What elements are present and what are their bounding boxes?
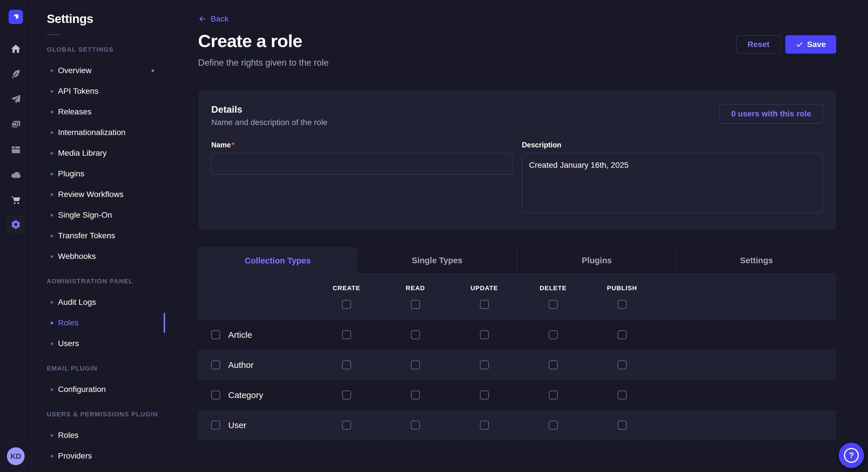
table-row-user: User	[198, 410, 836, 440]
section-label: USERS & PERMISSIONS PLUGIN	[47, 411, 165, 418]
checkbox-author-create[interactable]	[342, 361, 351, 369]
checkbox-user-create[interactable]	[342, 421, 351, 430]
bullet-icon	[51, 69, 53, 72]
sidebar-title: Settings	[47, 12, 165, 26]
checkbox-all-delete[interactable]	[549, 300, 558, 309]
page-title: Create a role	[198, 31, 302, 51]
home-icon[interactable]	[10, 43, 22, 55]
section-label: EMAIL PLUGIN	[47, 365, 165, 372]
users-with-role-button[interactable]: 0 users with this role	[719, 104, 823, 124]
checkbox-user-publish[interactable]	[618, 421, 627, 430]
sidebar-item-overview[interactable]: Overview	[47, 60, 165, 81]
section-label: GLOBAL SETTINGS	[47, 46, 165, 53]
permissions-tabs: Collection Types Single Types Plugins Se…	[198, 247, 836, 274]
checkbox-all-read[interactable]	[411, 300, 420, 309]
tab-single-types[interactable]: Single Types	[358, 247, 517, 274]
feather-icon[interactable]	[10, 68, 22, 80]
table-row-author: Author	[198, 350, 836, 380]
tab-plugins[interactable]: Plugins	[517, 247, 677, 274]
details-subtitle: Name and description of the role	[211, 118, 328, 127]
settings-gear-tile[interactable]	[7, 215, 25, 234]
settings-gear-icon	[10, 219, 22, 230]
checkbox-article-publish[interactable]	[618, 330, 627, 339]
sidebar-item-providers[interactable]: Providers	[47, 446, 165, 466]
sidebar-item-plugins[interactable]: Plugins	[47, 164, 165, 184]
bullet-icon	[51, 388, 53, 391]
sidebar-item-api-tokens[interactable]: API Tokens	[47, 81, 165, 102]
sidebar-item-transfer-tokens[interactable]: Transfer Tokens	[47, 225, 165, 246]
checkbox-author-delete[interactable]	[549, 361, 558, 369]
column-header-update: UPDATE	[470, 284, 498, 292]
notification-dot-icon	[152, 69, 154, 72]
checkbox-row-user[interactable]	[211, 421, 220, 430]
help-button[interactable]: ?	[839, 443, 864, 468]
checkbox-author-read[interactable]	[411, 361, 420, 369]
save-button[interactable]: Save	[785, 35, 836, 54]
tab-settings[interactable]: Settings	[677, 247, 836, 274]
checkbox-article-read[interactable]	[411, 330, 420, 339]
checkbox-category-delete[interactable]	[549, 391, 558, 400]
tab-collection-types[interactable]: Collection Types	[198, 247, 358, 274]
bullet-icon	[51, 90, 53, 93]
sidebar-item-roles-up[interactable]: Roles	[47, 425, 165, 446]
checkbox-article-delete[interactable]	[549, 330, 558, 339]
checkbox-category-read[interactable]	[411, 391, 420, 400]
checkbox-category-create[interactable]	[342, 391, 351, 400]
section-label: ADMINISTRATION PANEL	[47, 278, 165, 285]
column-header-read: READ	[406, 284, 425, 292]
layout-icon[interactable]	[10, 144, 22, 156]
media-gallery-icon[interactable]	[10, 119, 22, 131]
checkbox-article-create[interactable]	[342, 330, 351, 339]
checkbox-row-article[interactable]	[211, 330, 220, 339]
name-input[interactable]	[211, 153, 513, 175]
section-email-plugin: EMAIL PLUGIN Configuration	[47, 365, 165, 400]
shopping-cart-icon[interactable]	[10, 194, 22, 206]
bullet-icon	[51, 255, 53, 258]
settings-sidebar: Settings GLOBAL SETTINGS Overview API To…	[32, 0, 165, 472]
checkbox-all-create[interactable]	[342, 300, 351, 309]
sidebar-item-webhooks[interactable]: Webhooks	[47, 246, 165, 267]
sidebar-item-media-library[interactable]: Media Library	[47, 143, 165, 164]
checkbox-category-publish[interactable]	[618, 391, 627, 400]
details-card: Details Name and description of the role…	[198, 90, 836, 230]
checkbox-user-update[interactable]	[480, 421, 489, 430]
reset-button[interactable]: Reset	[736, 35, 780, 54]
sidebar-item-single-sign-on[interactable]: Single Sign-On	[47, 205, 165, 225]
checkbox-user-read[interactable]	[411, 421, 420, 430]
sidebar-item-configuration[interactable]: Configuration	[47, 379, 165, 400]
checkbox-all-update[interactable]	[480, 300, 489, 309]
paper-plane-icon[interactable]	[10, 93, 22, 105]
table-row-category: Category	[198, 380, 836, 410]
cloud-icon[interactable]	[10, 169, 22, 181]
row-label: Author	[228, 360, 253, 370]
sidebar-item-review-workflows[interactable]: Review Workflows	[47, 184, 165, 205]
strapi-logo[interactable]	[9, 10, 23, 24]
sidebar-item-releases[interactable]: Releases	[47, 102, 165, 122]
details-title: Details	[211, 104, 328, 115]
checkbox-article-update[interactable]	[480, 330, 489, 339]
checkbox-author-publish[interactable]	[618, 361, 627, 369]
description-textarea[interactable]: Created January 16th, 2025	[522, 153, 823, 213]
user-avatar[interactable]: KD	[7, 447, 25, 465]
checkbox-row-author[interactable]	[211, 361, 220, 369]
permissions-header: CREATE READ UPDATE DELETE PUBLISH	[198, 274, 836, 320]
bullet-icon	[51, 173, 53, 175]
column-header-create: CREATE	[333, 284, 360, 292]
checkbox-row-category[interactable]	[211, 391, 220, 400]
bullet-icon	[51, 301, 53, 304]
check-icon	[796, 41, 803, 48]
table-row-article: Article	[198, 320, 836, 350]
back-link[interactable]: Back	[198, 14, 228, 24]
sidebar-item-audit-logs[interactable]: Audit Logs	[47, 292, 165, 312]
checkbox-all-publish[interactable]	[618, 300, 627, 309]
section-users-permissions-plugin: USERS & PERMISSIONS PLUGIN Roles Provide…	[47, 411, 165, 466]
sidebar-item-roles-admin[interactable]: Roles	[47, 312, 165, 333]
row-label: User	[228, 420, 246, 430]
sidebar-item-internationalization[interactable]: Internationalization	[47, 122, 165, 143]
checkbox-author-update[interactable]	[480, 361, 489, 369]
checkbox-category-update[interactable]	[480, 391, 489, 400]
checkbox-user-delete[interactable]	[549, 421, 558, 430]
header-actions: Reset Save	[736, 35, 836, 54]
bullet-icon	[51, 235, 53, 237]
sidebar-item-users[interactable]: Users	[47, 333, 165, 354]
